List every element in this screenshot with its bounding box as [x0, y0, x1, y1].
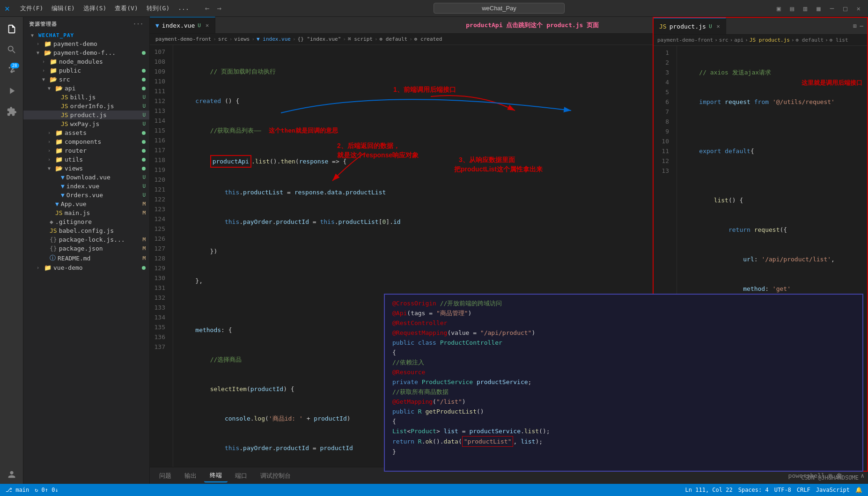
menu-edit[interactable]: 编辑(E) — [48, 3, 78, 14]
statusbar-sync[interactable]: ↻ 0↑ 0↓ — [35, 487, 59, 493]
modified-dot — [142, 87, 146, 90]
sidebar-more[interactable]: ··· — [133, 21, 144, 27]
menu-more[interactable]: ... — [174, 3, 192, 14]
tab-index-vue[interactable]: ▼ index.vue U ✕ — [150, 17, 215, 33]
sidebar-api-label: api — [65, 85, 75, 92]
search-bar — [229, 3, 769, 14]
java-line-1: @CrossOrigin //开放前端的跨域访问 — [392, 298, 855, 308]
js-file-icon: JS — [61, 94, 68, 101]
sidebar-item-bill-js[interactable]: JS bill.js U — [23, 93, 149, 102]
pjs-line-7: return request({ — [684, 225, 860, 235]
minimize-button[interactable]: ─ — [827, 4, 837, 13]
bottom-tab-output[interactable]: 输出 — [179, 470, 202, 482]
badge-u: U — [142, 174, 146, 180]
breadcrumb-views: views — [234, 36, 250, 42]
modified-dot — [142, 149, 146, 153]
menu-select[interactable]: 选择(S) — [80, 3, 110, 14]
sidebar-item-src[interactable]: ▼ 📂 src — [23, 75, 149, 84]
bottom-tab-problems[interactable]: 问题 — [154, 470, 177, 482]
bottom-java-panel: @CrossOrigin //开放前端的跨域访问 @Api(tags = "商品… — [384, 294, 863, 472]
bottom-tab-ports[interactable]: 端口 — [229, 470, 253, 482]
statusbar-branch[interactable]: ⎇ main — [6, 487, 29, 493]
sidebar-item-readme[interactable]: ⓘ README.md M — [23, 253, 149, 263]
search-input[interactable] — [434, 3, 565, 14]
sidebar-item-api[interactable]: ▼ 📂 api — [23, 84, 149, 93]
sidebar-item-gitignore[interactable]: ◆ .gitignore — [23, 217, 149, 226]
sidebar-order-info-label: orderInfo.js — [70, 103, 114, 110]
vue-file-icon: ▼ — [55, 200, 59, 207]
sidebar-item-node-modules[interactable]: › 📁 node_modules — [23, 57, 149, 66]
badge-m: M — [142, 237, 146, 243]
sidebar-router-label: router — [65, 147, 87, 154]
vue-file-icon: ▼ — [61, 174, 65, 181]
rb-root: payment-demo-front — [657, 37, 713, 43]
menu-file[interactable]: 文件(F) — [16, 3, 47, 14]
menu-goto[interactable]: 转到(G) — [143, 3, 173, 14]
sidebar-item-app-vue[interactable]: ▼ App.vue M — [23, 200, 149, 208]
sidebar-vue-demo-label: vue-demo — [53, 264, 83, 271]
json-file-icon: {} — [50, 245, 57, 252]
js-file-icon: JS — [61, 120, 68, 127]
folder-open-icon: 📂 — [55, 165, 63, 172]
js-file-icon: JS — [50, 227, 57, 234]
sidebar-title: 资源管理器 — [29, 21, 57, 28]
sidebar-item-views[interactable]: ▼ 📂 views — [23, 164, 149, 173]
maximize-button[interactable]: □ — [840, 4, 850, 13]
vue-file-icon: ▼ — [61, 192, 65, 199]
tab-close-button[interactable]: ✕ — [206, 22, 209, 29]
activity-files[interactable] — [2, 20, 21, 38]
java-line-11: //获取所有商品数据 — [392, 387, 855, 397]
layout-icon-3[interactable]: ▥ — [801, 4, 810, 13]
sidebar-item-index-vue[interactable]: ▼ index.vue U — [23, 182, 149, 191]
js-file-icon: JS — [61, 103, 68, 110]
more-actions-icon[interactable]: ⋯ — [860, 22, 863, 30]
sidebar-item-product-js[interactable]: JS product.js U — [23, 111, 149, 119]
sidebar-item-utils[interactable]: › 📁 utils — [23, 155, 149, 164]
modified-dot — [142, 140, 146, 144]
sidebar-item-vue-demo[interactable]: › 📁 vue-demo — [23, 263, 149, 272]
sidebar-item-payment-demo-f[interactable]: ▼ 📂 payment-demo-f... — [23, 48, 149, 57]
back-button[interactable]: ← — [202, 3, 213, 14]
rb-src: src — [719, 37, 728, 43]
tab-product-js[interactable]: JS product.js U ✕ — [654, 18, 726, 34]
activity-source-control[interactable]: 28 — [2, 61, 21, 80]
right-tab-close[interactable]: ✕ — [717, 23, 720, 30]
sidebar-download-vue-label: Download.vue — [66, 174, 110, 181]
folder-arrow: › — [48, 130, 55, 135]
close-button[interactable]: ✕ — [854, 4, 863, 13]
menu-view[interactable]: 查看(V) — [111, 3, 141, 14]
sidebar-item-babel-config[interactable]: JS babel.config.js — [23, 226, 149, 235]
sidebar-item-package-json[interactable]: {} package.json M — [23, 244, 149, 253]
sidebar-item-main-js[interactable]: JS main.js M — [23, 208, 149, 217]
forward-button[interactable]: → — [214, 3, 224, 14]
activity-search[interactable] — [2, 40, 21, 59]
split-editor-icon[interactable]: ⊞ — [853, 22, 857, 30]
sidebar-item-payment-demo[interactable]: › 📁 payment-demo — [23, 39, 149, 48]
layout-icon-4[interactable]: ▦ — [814, 4, 823, 13]
folder-arrow-open: ▼ — [42, 77, 50, 82]
sidebar-item-router[interactable]: › 📁 router — [23, 146, 149, 155]
sidebar-item-assets[interactable]: › 📁 assets — [23, 128, 149, 137]
sidebar-item-download-vue[interactable]: ▼ Download.vue U — [23, 173, 149, 182]
sidebar-item-wechat-pay[interactable]: ▼ WECHAT_PAY — [23, 31, 149, 39]
pjs-line-2: import request from '@/utils/request' — [684, 97, 860, 107]
sidebar-item-wxpay-js[interactable]: JS wxPay.js U — [23, 119, 149, 128]
breadcrumb-src: src — [218, 36, 228, 42]
sidebar-item-order-info-js[interactable]: JS orderInfo.js U — [23, 102, 149, 111]
right-breadcrumb: payment-demo-front ›src ›api ›JS product… — [654, 35, 867, 46]
activity-account[interactable] — [2, 465, 21, 484]
bottom-tab-debug[interactable]: 调试控制台 — [255, 470, 296, 482]
layout-icon-2[interactable]: ▤ — [787, 4, 796, 13]
bottom-tab-terminal[interactable]: 终端 — [204, 469, 228, 482]
badge-u: U — [142, 183, 146, 189]
statusbar-bell-icon[interactable]: 🔔 — [855, 487, 862, 493]
activity-extensions[interactable] — [2, 102, 21, 121]
sidebar-item-components[interactable]: › 📁 components — [23, 137, 149, 146]
sidebar-item-public[interactable]: › 📁 public — [23, 66, 149, 75]
sidebar-item-orders-vue[interactable]: ▼ Orders.vue U — [23, 191, 149, 200]
layout-icon-1[interactable]: ▣ — [774, 4, 783, 13]
terminal-chevron-up-icon[interactable]: ∧ — [861, 472, 864, 479]
folder-arrow-open: ▼ — [48, 166, 55, 171]
sidebar-item-package-lock[interactable]: {} package-lock.js... M — [23, 235, 149, 244]
activity-run-debug[interactable] — [2, 81, 21, 100]
